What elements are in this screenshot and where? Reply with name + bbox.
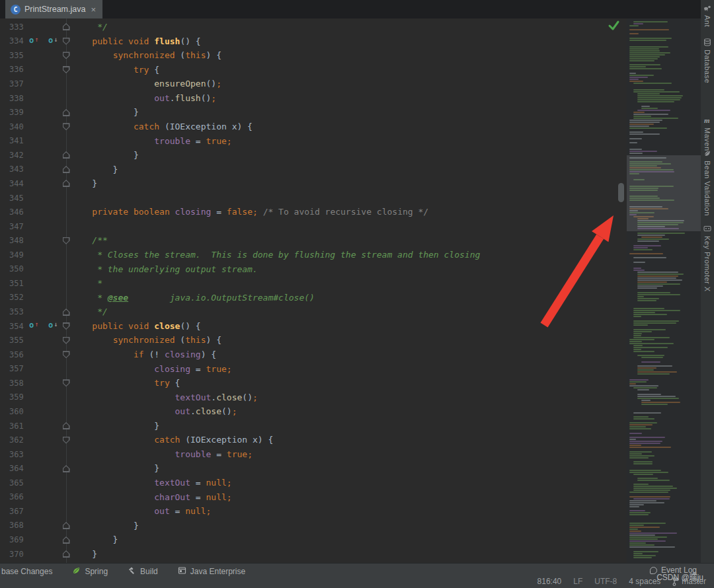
fold-end-marker-icon[interactable]	[63, 109, 70, 116]
line-number[interactable]: 335	[0, 51, 26, 60]
code-text[interactable]: }	[71, 105, 139, 120]
fold-start-marker-icon[interactable]	[63, 123, 70, 130]
code-text[interactable]: catch (IOException x) {	[71, 120, 253, 134]
method-is-overridden-icon[interactable]: o↓	[48, 320, 58, 330]
code-text[interactable]: textOut.close();	[71, 390, 258, 405]
code-text[interactable]: synchronized (this) {	[71, 333, 221, 348]
code-editor[interactable]: 333 */334o↑o↓ public void flush() {335 s…	[0, 18, 627, 563]
method-is-overridden-icon[interactable]: o↓	[48, 36, 58, 45]
code-text[interactable]: out = null;	[71, 504, 211, 519]
toolwindow-button-database[interactable]: Database	[701, 38, 714, 83]
code-text[interactable]: */	[71, 20, 108, 34]
code-text[interactable]: * @see java.io.OutputStream#close()	[71, 291, 315, 305]
code-text[interactable]: out.close();	[71, 404, 237, 419]
line-number[interactable]: 349	[0, 250, 26, 260]
line-number[interactable]: 368	[0, 521, 26, 530]
line-number[interactable]: 333	[0, 22, 26, 32]
line-number[interactable]: 334	[0, 36, 26, 46]
line-number[interactable]: 363	[0, 450, 26, 459]
code-text[interactable]: }	[71, 176, 97, 191]
line-number[interactable]: 365	[0, 478, 26, 488]
indent-setting[interactable]: 4 spaces	[629, 577, 660, 586]
line-number[interactable]: 347	[0, 222, 26, 231]
toolwindow-button-key-promoter-x[interactable]: Key Promoter X	[701, 225, 714, 292]
toolwindow-button-maven[interactable]: mMaven	[701, 116, 714, 151]
fold-start-marker-icon[interactable]	[63, 337, 70, 344]
fold-start-marker-icon[interactable]	[63, 379, 70, 386]
line-number[interactable]: 346	[0, 207, 26, 217]
line-number[interactable]: 366	[0, 492, 26, 501]
line-number[interactable]: 336	[0, 65, 26, 74]
code-text[interactable]: ensureOpen();	[71, 77, 221, 91]
code-text[interactable]: }	[71, 163, 118, 177]
line-number[interactable]: 340	[0, 122, 26, 131]
code-text[interactable]: trouble = true;	[71, 134, 232, 149]
code-text[interactable]: try {	[71, 376, 180, 390]
code-text[interactable]: }	[71, 547, 97, 562]
line-number[interactable]: 367	[0, 507, 26, 516]
line-number[interactable]: 339	[0, 108, 26, 117]
fold-end-marker-icon[interactable]	[63, 522, 70, 529]
line-number[interactable]: 342	[0, 151, 26, 160]
code-text[interactable]: closing = true;	[71, 362, 232, 377]
line-number[interactable]: 354	[0, 322, 26, 331]
line-number[interactable]: 352	[0, 293, 26, 302]
overrides-method-icon[interactable]: o↑	[29, 36, 38, 45]
toolwindow-button-build[interactable]: Build	[128, 566, 158, 577]
code-text[interactable]: try {	[71, 63, 159, 77]
tab-close-icon[interactable]: ×	[89, 5, 96, 14]
toolwindow-button-ant[interactable]: Ant	[701, 4, 714, 27]
toolwindow-button-base-changes[interactable]: base Changes	[1, 567, 52, 576]
toolwindow-button-java-enterprise[interactable]: Java Enterprise	[178, 566, 245, 577]
fold-end-marker-icon[interactable]	[63, 536, 70, 544]
code-text[interactable]: }	[71, 519, 139, 533]
line-separator[interactable]: LF	[573, 577, 582, 586]
code-text[interactable]: public void close() {	[71, 319, 201, 334]
fold-start-marker-icon[interactable]	[63, 66, 70, 73]
fold-end-marker-icon[interactable]	[63, 166, 70, 173]
fold-start-marker-icon[interactable]	[63, 38, 70, 45]
code-text[interactable]: catch (IOException x) {	[71, 433, 273, 447]
code-text[interactable]: }	[71, 461, 159, 476]
line-number[interactable]: 350	[0, 264, 26, 274]
line-number[interactable]: 369	[0, 535, 26, 544]
line-number[interactable]: 353	[0, 307, 26, 316]
fold-start-marker-icon[interactable]	[63, 322, 70, 330]
code-text[interactable]: textOut = null;	[71, 476, 232, 490]
fold-end-marker-icon[interactable]	[63, 465, 70, 472]
fold-start-marker-icon[interactable]	[63, 237, 70, 244]
toolwindow-button-bean-validation[interactable]: Bean Validation	[701, 149, 714, 216]
minimap-viewport[interactable]	[627, 155, 701, 231]
code-text[interactable]: public void flush() {	[71, 34, 201, 49]
file-encoding[interactable]: UTF-8	[594, 577, 617, 586]
fold-end-marker-icon[interactable]	[63, 422, 70, 429]
code-text[interactable]: */	[71, 305, 108, 319]
code-text[interactable]: }	[71, 419, 159, 433]
line-number[interactable]: 361	[0, 422, 26, 431]
toolwindow-button-spring[interactable]: Spring	[72, 566, 108, 577]
code-text[interactable]: out.flush();	[71, 91, 216, 106]
fold-end-marker-icon[interactable]	[63, 180, 70, 187]
fold-end-marker-icon[interactable]	[63, 151, 70, 159]
line-number[interactable]: 362	[0, 435, 26, 445]
code-text[interactable]: }	[71, 533, 118, 547]
tab-printstream-java[interactable]: C PrintStream.java ×	[5, 0, 102, 18]
line-number[interactable]: 355	[0, 336, 26, 345]
line-number[interactable]: 356	[0, 350, 26, 359]
line-number[interactable]: 370	[0, 550, 26, 559]
fold-end-marker-icon[interactable]	[63, 309, 70, 316]
fold-start-marker-icon[interactable]	[63, 351, 70, 358]
line-number[interactable]: 358	[0, 379, 26, 388]
line-number[interactable]: 364	[0, 464, 26, 473]
inspection-ok-icon[interactable]	[608, 19, 620, 34]
line-number[interactable]: 341	[0, 136, 26, 145]
line-number[interactable]: 338	[0, 94, 26, 103]
line-number[interactable]: 337	[0, 79, 26, 89]
code-text[interactable]: /**	[71, 233, 108, 248]
code-minimap[interactable]	[627, 18, 701, 563]
line-number[interactable]: 348	[0, 236, 26, 245]
code-text[interactable]: *	[71, 276, 102, 291]
line-number[interactable]: 345	[0, 194, 26, 203]
code-text[interactable]: synchronized (this) {	[71, 48, 221, 63]
line-number[interactable]: 360	[0, 407, 26, 416]
